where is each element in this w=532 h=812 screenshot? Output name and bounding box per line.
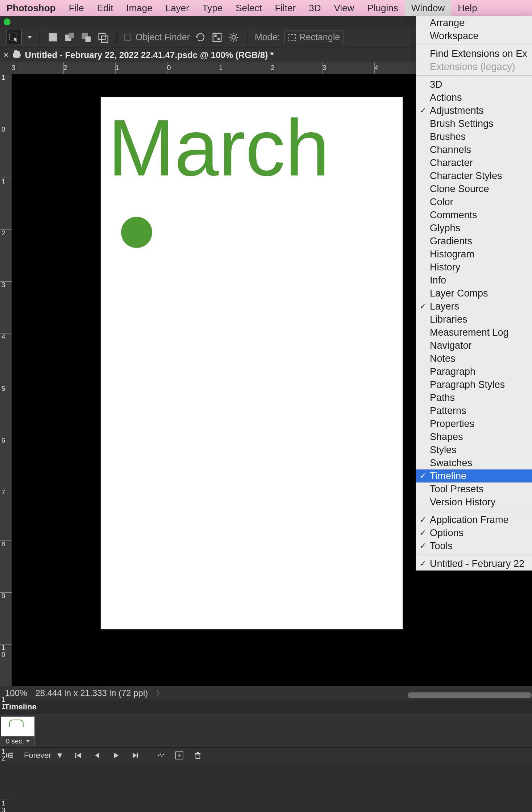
menu-item-glyphs[interactable]: Glyphs — [416, 221, 532, 235]
menu-file[interactable]: File — [62, 0, 91, 16]
tab-close-button[interactable]: × — [4, 50, 8, 60]
menu-item-brush-settings[interactable]: Brush Settings — [416, 117, 532, 130]
menu-separator — [416, 555, 532, 555]
menu-window[interactable]: Window — [405, 0, 451, 16]
menu-help[interactable]: Help — [451, 0, 483, 16]
ruler-tick: 8 — [0, 540, 12, 592]
cloud-icon — [13, 52, 21, 58]
ruler-tick: 0 — [0, 126, 12, 178]
menu-item-channels[interactable]: Channels — [416, 143, 532, 156]
timeline-frame-1[interactable]: 1 0 sec. — [1, 716, 35, 746]
status-caret-icon[interactable]: 〉 — [156, 688, 164, 699]
first-frame-button[interactable] — [74, 751, 83, 760]
tween-button[interactable] — [157, 751, 165, 760]
menu-item-properties[interactable]: Properties — [416, 417, 532, 430]
menu-item-timeline[interactable]: Timeline — [416, 469, 532, 482]
refresh-icon[interactable] — [194, 31, 207, 44]
prev-frame-button[interactable] — [93, 751, 101, 760]
svg-point-20 — [158, 755, 159, 756]
canvas-green-dot — [121, 217, 152, 248]
menu-item-swatches[interactable]: Swatches — [416, 456, 532, 469]
selection-intersect-icon[interactable] — [97, 31, 109, 44]
selection-subtract-icon[interactable] — [80, 31, 92, 44]
tool-preset-caret-icon[interactable] — [28, 36, 32, 39]
play-button[interactable] — [112, 751, 120, 760]
timeline-tab[interactable]: Timeline — [0, 700, 532, 714]
menu-item-tools[interactable]: Tools — [416, 539, 532, 552]
ruler-tick: 5 — [0, 385, 12, 437]
menu-item-paths[interactable]: Paths — [416, 391, 532, 404]
svg-rect-8 — [213, 33, 221, 41]
menu-item-comments[interactable]: Comments — [416, 208, 532, 221]
trash-icon[interactable] — [194, 751, 202, 760]
menu-item-histogram[interactable]: Histogram — [416, 248, 532, 261]
menu-item-layers[interactable]: Layers — [416, 300, 532, 313]
timeline-body: 1 0 sec. — [0, 714, 532, 747]
menu-filter[interactable]: Filter — [268, 0, 302, 16]
menu-item-options[interactable]: Options — [416, 526, 532, 539]
menu-item-version-history[interactable]: Version History — [416, 496, 532, 509]
new-frame-button[interactable]: + — [175, 751, 183, 759]
ruler-tick: 6 — [0, 437, 12, 489]
menu-item-untitled-february-22[interactable]: Untitled - February 22 — [416, 557, 532, 570]
menu-item-arrange[interactable]: Arrange — [416, 16, 532, 29]
menu-item-tool-presets[interactable]: Tool Presets — [416, 482, 532, 496]
horizontal-scrollbar-thumb[interactable] — [408, 692, 532, 698]
menu-item-info[interactable]: Info — [416, 274, 532, 287]
loop-dropdown[interactable]: Forever ▼ — [24, 751, 64, 760]
menu-item-actions[interactable]: Actions — [416, 91, 532, 104]
menu-item-clone-source[interactable]: Clone Source — [416, 182, 532, 195]
object-finder-label: Object Finder — [136, 32, 190, 42]
menu-item-layer-comps[interactable]: Layer Comps — [416, 287, 532, 300]
menu-item-paragraph-styles[interactable]: Paragraph Styles — [416, 378, 532, 391]
ruler-tick: 10 — [0, 644, 12, 696]
menu-item-navigator[interactable]: Navigator — [416, 339, 532, 352]
menu-view[interactable]: View — [327, 0, 361, 16]
next-frame-button[interactable] — [130, 751, 139, 760]
svg-text:March: March — [108, 103, 329, 192]
menu-item-history[interactable]: History — [416, 261, 532, 274]
menu-type[interactable]: Type — [196, 0, 229, 16]
menu-item-libraries[interactable]: Libraries — [416, 313, 532, 326]
menu-edit[interactable]: Edit — [91, 0, 120, 16]
menu-item-workspace[interactable]: Workspace — [416, 29, 532, 42]
svg-rect-19 — [137, 753, 138, 758]
menu-item-color[interactable]: Color — [416, 195, 532, 208]
menu-item-measurement-log[interactable]: Measurement Log — [416, 326, 532, 339]
menu-item-character-styles[interactable]: Character Styles — [416, 169, 532, 182]
selection-add-icon[interactable] — [63, 31, 76, 44]
frame-duration-button[interactable]: 0 sec. — [1, 736, 34, 746]
menu-item-shapes[interactable]: Shapes — [416, 430, 532, 443]
canvas[interactable]: March — [101, 97, 403, 629]
menu-item-paragraph[interactable]: Paragraph — [416, 365, 532, 378]
ruler-tick: 2 — [63, 62, 115, 74]
svg-rect-1 — [49, 33, 57, 41]
menu-layer[interactable]: Layer — [159, 0, 196, 16]
menu-item-character[interactable]: Character — [416, 156, 532, 169]
timeline-transport: Forever ▼ + — [0, 747, 532, 763]
menu-select[interactable]: Select — [229, 0, 268, 16]
menu-item-application-frame[interactable]: Application Frame — [416, 513, 532, 526]
document-tab-title[interactable]: Untitled - February 22, 2022 22.41.47.ps… — [25, 50, 274, 60]
menu-item-gradients[interactable]: Gradients — [416, 235, 532, 248]
menu-item-3d[interactable]: 3D — [416, 78, 532, 91]
menu-item-styles[interactable]: Styles — [416, 443, 532, 456]
gear-icon[interactable] — [228, 31, 240, 44]
macos-menubar: Photoshop File Edit Image Layer Type Sel… — [0, 0, 532, 16]
menu-item-patterns[interactable]: Patterns — [416, 404, 532, 417]
menu-plugins[interactable]: Plugins — [361, 0, 404, 16]
selection-new-icon[interactable] — [47, 31, 59, 44]
menu-image[interactable]: Image — [120, 0, 159, 16]
document-dimensions[interactable]: 28.444 in x 21.333 in (72 ppi) — [35, 688, 148, 698]
mode-dropdown[interactable]: Rectangle — [284, 30, 344, 44]
show-objects-icon[interactable] — [211, 31, 223, 44]
menu-item-notes[interactable]: Notes — [416, 352, 532, 365]
menu-item-brushes[interactable]: Brushes — [416, 130, 532, 143]
menu-item-adjustments[interactable]: Adjustments — [416, 104, 532, 117]
menu-item-find-extensions-on-ex[interactable]: Find Extensions on Ex — [416, 47, 532, 60]
traffic-light-green[interactable] — [4, 18, 11, 25]
tool-preset-picker[interactable] — [7, 30, 22, 45]
menu-3d[interactable]: 3D — [302, 0, 327, 16]
ruler-tick: 7 — [0, 489, 12, 540]
object-finder-checkbox[interactable] — [124, 34, 131, 41]
